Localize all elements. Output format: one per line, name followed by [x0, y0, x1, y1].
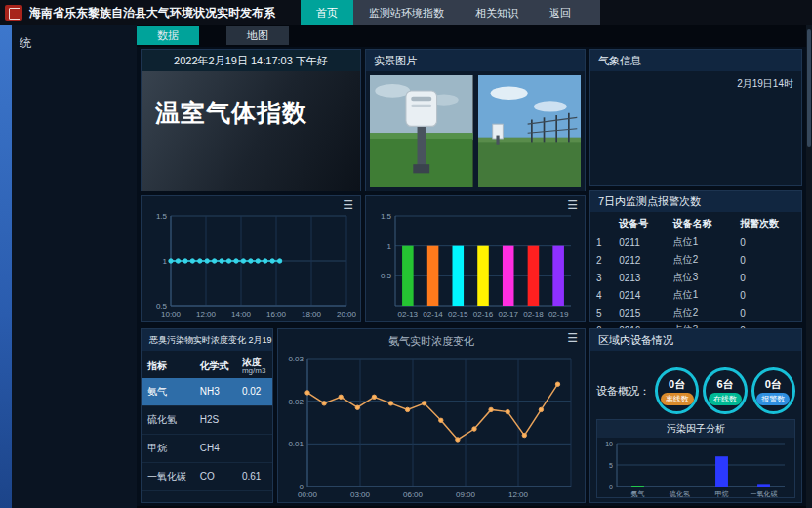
main-nav: 首页 监测站环境指数 相关知识 返回 — [301, 0, 600, 25]
svg-text:一氧化碳: 一氧化碳 — [751, 490, 778, 497]
tab-data[interactable]: 数据 — [137, 26, 199, 45]
chart-menu-icon[interactable]: ☰ — [567, 198, 578, 212]
alarm-col-index — [590, 214, 613, 233]
top-bar: 海南省乐东黎族自治县大气环境状况实时发布系 首页 监测站环境指数 相关知识 返回 — [0, 0, 812, 25]
online-count-circle: 6台 在线数 — [703, 367, 747, 414]
scrollbar-thumb[interactable] — [807, 29, 811, 147]
photos-panel-title: 实景图片 — [366, 50, 585, 71]
list-item[interactable]: 一氧化碳CO0.61 — [142, 462, 272, 490]
svg-text:02-14: 02-14 — [423, 310, 443, 318]
station-photo-1 — [370, 75, 473, 187]
chart-menu-icon[interactable]: ☰ — [567, 331, 578, 345]
svg-text:02-15: 02-15 — [448, 310, 468, 318]
list-item[interactable]: 硫化氢H2S — [142, 405, 272, 434]
svg-text:1.5: 1.5 — [381, 212, 392, 221]
chart-menu-icon[interactable]: ☰ — [343, 198, 353, 212]
alarm-count-circle: 0台 报警数 — [751, 367, 795, 414]
alarm-label: 报警数 — [756, 393, 790, 405]
table-row: 50215点位20 — [590, 304, 801, 321]
odor-table: 指标 化学式 浓度mg/m3 氨气NH30.02硫化氢H2S甲烷CH4一氧化碳C… — [142, 353, 272, 491]
svg-text:09:00: 09:00 — [456, 490, 476, 499]
svg-text:02-16: 02-16 — [473, 310, 494, 318]
table-row: 30213点位30 — [590, 269, 801, 286]
svg-text:00:00: 00:00 — [298, 490, 318, 499]
nav-home[interactable]: 首页 — [301, 0, 353, 25]
odor-unit: mg/m3 — [242, 367, 268, 376]
sidebar-label: 统 — [12, 25, 137, 52]
devices-panel: 区域内设备情况 设备概况： 0台 离线数 6台 在线数 0台 报警数 污染因子分… — [589, 328, 802, 503]
nav-knowledge[interactable]: 相关知识 — [460, 0, 534, 25]
svg-text:12:00: 12:00 — [196, 310, 217, 318]
app-logo — [5, 5, 22, 21]
devices-panel-title: 区域内设备情况 — [590, 329, 801, 351]
svg-text:1: 1 — [163, 257, 168, 266]
weather-panel: 气象信息 2月19日14时 — [589, 49, 802, 186]
svg-text:16:00: 16:00 — [266, 310, 287, 318]
alarm-table-header: 设备号 设备名称 报警次数 — [590, 214, 801, 233]
table-row: 10211点位10 — [590, 233, 801, 251]
alarm-table-body: 10211点位1020212点位2030213点位3040214点位105021… — [590, 233, 801, 339]
factor-analysis-title: 污染因子分析 — [597, 420, 794, 438]
alarm-table: 设备号 设备名称 报警次数 10211点位1020212点位2030213点位3… — [590, 214, 801, 339]
svg-text:02-13: 02-13 — [398, 310, 419, 318]
alarm-col-count: 报警次数 — [734, 214, 801, 233]
odor-table-header: 指标 化学式 浓度mg/m3 — [142, 353, 272, 378]
svg-text:02-17: 02-17 — [498, 310, 518, 318]
sidebar: 统 — [12, 25, 137, 508]
main-content: 2022年2月19日 14:17:03 下午好 温室气体指数 实景图片 — [137, 47, 806, 506]
svg-text:03:00: 03:00 — [350, 490, 371, 499]
svg-text:0: 0 — [609, 484, 613, 490]
offline-count: 0台 — [669, 377, 685, 392]
svg-text:02-18: 02-18 — [523, 310, 544, 318]
svg-text:18:00: 18:00 — [302, 310, 322, 318]
table-row: 20212点位20 — [590, 251, 801, 269]
vertical-scrollbar[interactable] — [806, 25, 812, 508]
ammonia-panel: ☰ 氨气实时浓度变化 00.010.020.0300:0003:0006:000… — [277, 328, 586, 503]
greeting-panel: 2022年2月19日 14:17:03 下午好 温室气体指数 — [141, 49, 361, 191]
alarm-count: 0台 — [765, 377, 782, 392]
online-count: 6台 — [716, 377, 733, 392]
svg-text:10: 10 — [605, 441, 613, 447]
device-overview: 设备概况： 0台 离线数 6台 在线数 0台 报警数 — [590, 351, 801, 427]
greeting-body: 温室气体指数 — [142, 71, 360, 190]
device-overview-label: 设备概况： — [596, 384, 653, 399]
left-accent-strip — [0, 25, 12, 508]
photos-panel: 实景图片 — [365, 49, 586, 191]
daily-bars-panel: ☰ 0.511.502-1302-1402-1502-1602-1702-180… — [365, 195, 586, 322]
daily-bars-chart: 0.511.502-1302-1402-1502-1602-1702-1802-… — [368, 208, 581, 319]
list-item[interactable]: 甲烷CH4 — [142, 434, 272, 462]
alarm-panel: 7日内监测点报警次数 设备号 设备名称 报警次数 10211点位1020212点… — [589, 190, 802, 322]
view-tabs: 数据 地图 — [137, 26, 289, 45]
svg-text:10:00: 10:00 — [161, 310, 182, 318]
alarm-col-device-id: 设备号 — [613, 214, 667, 233]
svg-text:甲烷: 甲烷 — [715, 490, 729, 497]
gas-trend-chart: 0.511.510:0012:0014:0016:0018:0020:00 — [143, 208, 356, 319]
svg-text:12:00: 12:00 — [508, 490, 529, 499]
svg-text:0.03: 0.03 — [288, 355, 304, 363]
svg-text:0.5: 0.5 — [381, 272, 392, 280]
datetime-header: 2022年2月19日 14:17:03 下午好 — [142, 50, 360, 71]
offline-count-circle: 0台 离线数 — [655, 367, 699, 414]
svg-text:1.5: 1.5 — [156, 212, 168, 221]
odor-col-indicator: 指标 — [142, 353, 194, 378]
svg-text:5: 5 — [609, 462, 613, 469]
svg-text:14:00: 14:00 — [231, 310, 252, 318]
svg-text:硫化氢: 硫化氢 — [669, 490, 690, 497]
tab-map[interactable]: 地图 — [226, 26, 289, 45]
page-title: 温室气体指数 — [142, 71, 360, 129]
svg-text:02-19: 02-19 — [548, 310, 569, 318]
ammonia-chart-title: 氨气实时浓度变化 — [278, 334, 585, 349]
nav-station-index[interactable]: 监测站环境指数 — [353, 0, 460, 25]
gas-trend-panel: ☰ 0.511.510:0012:0014:0016:0018:0020:00 — [141, 195, 361, 322]
svg-text:0.02: 0.02 — [288, 398, 304, 406]
svg-text:氨气: 氨气 — [631, 490, 645, 497]
online-label: 在线数 — [709, 393, 742, 405]
factor-analysis-panel: 污染因子分析 0510氨气硫化氢甲烷一氧化碳 — [596, 419, 795, 498]
alarm-panel-title: 7日内监测点报警次数 — [590, 190, 801, 212]
svg-text:20:00: 20:00 — [337, 310, 356, 318]
svg-text:0.01: 0.01 — [288, 440, 304, 448]
nav-back[interactable]: 返回 — [534, 0, 587, 25]
odor-panel-title: 恶臭污染物实时浓度变化 2月19日14时 — [142, 329, 272, 351]
table-row: 40214点位10 — [590, 286, 801, 304]
list-item[interactable]: 氨气NH30.02 — [142, 378, 272, 406]
